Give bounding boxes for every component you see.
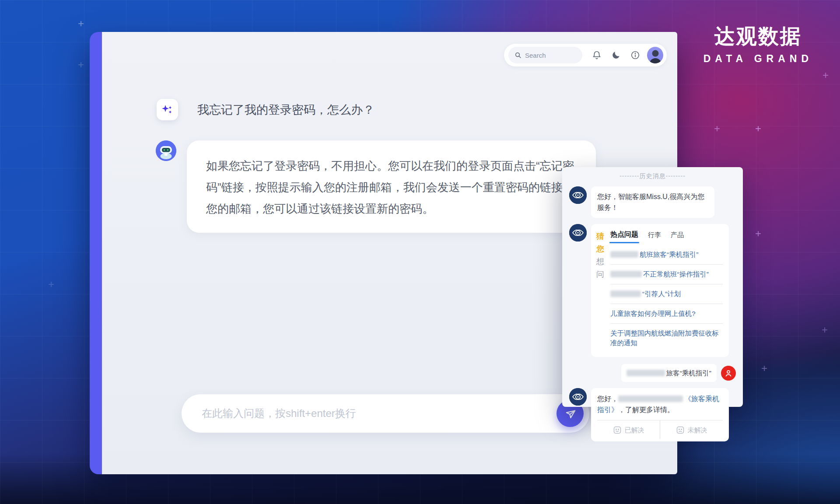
input-placeholder: 在此输入问题，按shift+enter换行: [202, 406, 556, 420]
dark-mode-moon-icon[interactable]: [611, 50, 621, 60]
plus-decoration: +: [78, 59, 84, 71]
question-tabs: 热点问题 行李 产品: [610, 230, 723, 243]
question-link[interactable]: 不正常航班“操作指引”: [610, 265, 723, 284]
redacted-text: [610, 251, 638, 258]
guess-label: 猜 您 想 问: [596, 230, 605, 353]
smiley-icon: [613, 426, 622, 434]
brand-title: 达观数据: [704, 23, 813, 50]
plus-decoration: +: [78, 18, 84, 30]
plus-decoration: +: [755, 228, 761, 240]
service-bot-avatar-icon: [569, 388, 587, 406]
tab-products[interactable]: 产品: [671, 231, 684, 243]
redacted-text: [618, 396, 683, 402]
tab-hot-questions[interactable]: 热点问题: [610, 230, 638, 243]
answer-prefix: 您好，: [597, 395, 618, 402]
user-avatar[interactable]: [647, 47, 663, 63]
user-message-text: 我忘记了我的登录密码，怎么办？: [197, 102, 374, 118]
overlay-guess-row: 猜 您 想 问 热点问题 行李 产品 航班旅客“乘机指引” 不正常航班“操作指引…: [569, 224, 736, 357]
user-message-row: 我忘记了我的登录密码，怎么办？: [157, 99, 374, 120]
overlay-greeting-text: 您好，智能客服Miss.U,很高兴为您服务！: [591, 186, 714, 218]
bot-message-text: 如果您忘记了登录密码，不用担心。您可以在我们的登录页面点击“忘记密码”链接，按照…: [206, 155, 577, 220]
mini-chat-overlay: --------历史消息-------- 您好，智能客服Miss.U,很高兴为您…: [562, 167, 743, 407]
top-bar: Search: [504, 44, 667, 66]
search-icon: [514, 52, 522, 59]
sparkles-icon: [157, 99, 178, 120]
question-link[interactable]: 关于调整国内航线燃油附加费征收标准的通知: [610, 324, 723, 353]
bot-message-row: 如果您忘记了登录密码，不用担心。您可以在我们的登录页面点击“忘记密码”链接，按照…: [156, 140, 596, 233]
brand-logo: 达观数据 DATA GRAND: [704, 23, 813, 65]
bot-avatar-icon: [156, 140, 176, 161]
search-input[interactable]: Search: [508, 47, 582, 63]
plus-decoration: +: [755, 122, 761, 135]
bot-message-bubble: 如果您忘记了登录密码，不用担心。您可以在我们的登录页面点击“忘记密码”链接，按照…: [187, 140, 596, 233]
unresolved-button[interactable]: 未解决: [660, 420, 723, 439]
overlay-user-query: 旅客“乘机指引”: [621, 364, 717, 382]
frown-icon: [676, 426, 685, 434]
plus-decoration: +: [822, 69, 829, 81]
service-bot-avatar-icon: [569, 186, 587, 204]
plus-decoration: +: [761, 362, 767, 374]
guess-questions-card: 猜 您 想 问 热点问题 行李 产品 航班旅客“乘机指引” 不正常航班“操作指引…: [591, 224, 729, 357]
resolved-button[interactable]: 已解决: [597, 420, 660, 439]
plus-decoration: +: [822, 324, 828, 336]
overlay-user-avatar-icon: [721, 366, 736, 381]
brand-subtitle: DATA GRAND: [704, 53, 813, 65]
question-link[interactable]: “引荐人”计划: [610, 284, 723, 304]
redacted-text: [626, 370, 665, 376]
tab-luggage[interactable]: 行李: [648, 231, 661, 243]
overlay-user-query-row: 旅客“乘机指引”: [569, 364, 736, 382]
plus-decoration: +: [48, 278, 54, 290]
message-input[interactable]: 在此输入问题，按shift+enter换行: [182, 394, 589, 433]
answer-suffix: ，了解更多详情。: [618, 406, 674, 413]
overlay-answer-card: 您好，《旅客乘机指引》，了解更多详情。 已解决 未解决: [591, 388, 729, 441]
overlay-bot-greeting-row: 您好，智能客服Miss.U,很高兴为您服务！: [569, 186, 736, 218]
redacted-text: [610, 290, 641, 297]
hot-question-list: 航班旅客“乘机指引” 不正常航班“操作指引” “引荐人”计划 儿童旅客如何办理网…: [610, 245, 723, 353]
window-spine: [90, 32, 102, 474]
service-bot-avatar-icon: [569, 224, 587, 242]
notification-bell-icon[interactable]: [592, 50, 602, 60]
history-divider: --------历史消息--------: [569, 172, 736, 180]
feedback-bar: 已解决 未解决: [597, 420, 723, 439]
plus-decoration: +: [714, 122, 720, 135]
info-icon[interactable]: [630, 50, 640, 60]
redacted-text: [610, 271, 642, 277]
question-link[interactable]: 航班旅客“乘机指引”: [610, 245, 723, 265]
question-link[interactable]: 儿童旅客如何办理网上值机?: [610, 304, 723, 324]
overlay-bot-answer-row: 您好，《旅客乘机指引》，了解更多详情。 已解决 未解决: [569, 388, 736, 441]
search-placeholder: Search: [525, 52, 546, 59]
